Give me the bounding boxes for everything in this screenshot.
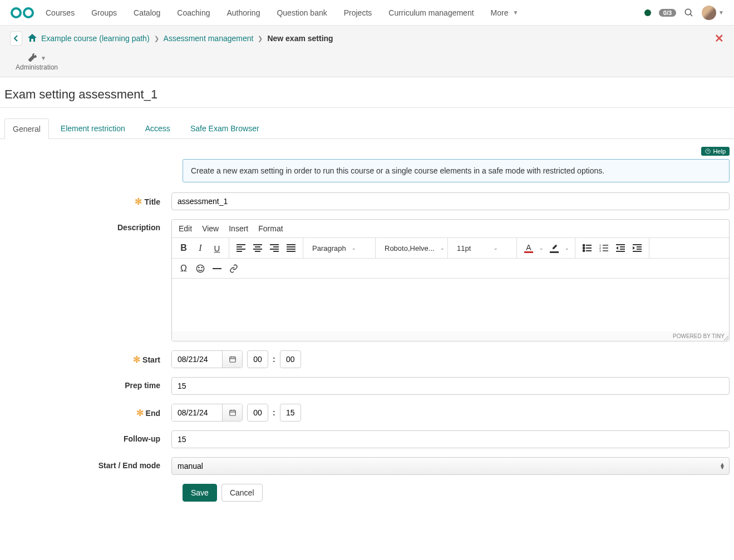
align-left-icon[interactable] [233, 240, 249, 256]
label-title: ✻Title [4, 192, 171, 207]
align-justify-icon[interactable] [283, 240, 299, 256]
editor-body[interactable] [172, 279, 729, 331]
user-menu[interactable]: ▼ [702, 6, 724, 20]
help-label: Help [713, 148, 726, 155]
end-date-input[interactable] [172, 404, 222, 421]
time-separator: : [273, 355, 275, 364]
logo[interactable] [10, 7, 35, 19]
editor-menubar: Edit View Insert Format [172, 220, 729, 238]
indent-icon[interactable] [612, 240, 629, 256]
start-date-picker-button[interactable] [222, 351, 242, 368]
mode-select[interactable] [171, 457, 730, 475]
chevron-down-icon: ⌄ [494, 245, 498, 251]
highlight-color-icon[interactable] [546, 240, 563, 256]
editor-menu-format[interactable]: Format [258, 224, 283, 233]
svg-point-2 [685, 9, 691, 15]
end-date-wrap [171, 404, 243, 422]
nav-more-label: More [491, 8, 509, 17]
tab-general[interactable]: General [4, 118, 49, 139]
cancel-button[interactable]: Cancel [221, 484, 263, 502]
toolbar-row: ▼ Administration [0, 51, 734, 77]
button-row: Save Cancel [183, 484, 730, 502]
label-description: Description [4, 219, 171, 232]
highlight-color-dropdown[interactable]: ⌄ [563, 240, 572, 256]
label-prep: Prep time [4, 377, 171, 390]
prep-time-input[interactable] [171, 377, 730, 395]
message-badge[interactable]: 0/3 [659, 9, 676, 17]
special-char-icon[interactable]: Ω [175, 260, 192, 277]
block-format-value: Paragraph [312, 244, 346, 252]
chevron-right-icon: ❯ [154, 35, 159, 42]
nav-catalog[interactable]: Catalog [134, 8, 160, 17]
help-row: ? Help [0, 139, 734, 159]
emoji-icon[interactable] [192, 260, 209, 277]
svg-point-24 [583, 247, 585, 249]
close-icon[interactable]: ✕ [715, 32, 724, 45]
form: Create a new exam setting in order to ru… [0, 159, 734, 524]
number-list-icon[interactable]: 123 [595, 240, 612, 256]
breadcrumb-bar: Example course (learning path) ❯ Assessm… [0, 26, 734, 77]
home-icon[interactable] [28, 34, 37, 43]
text-color-icon[interactable]: A [520, 240, 537, 256]
avatar [702, 6, 716, 20]
editor-menu-view[interactable]: View [202, 224, 219, 233]
save-button[interactable]: Save [183, 484, 217, 502]
underline-icon[interactable]: U [209, 240, 225, 256]
nav-authoring[interactable]: Authoring [226, 8, 260, 17]
start-date-group: : [171, 350, 730, 368]
followup-input[interactable] [171, 430, 730, 448]
tab-safe-exam-browser[interactable]: Safe Exam Browser [182, 118, 268, 138]
resize-handle-icon[interactable] [723, 335, 728, 340]
block-format-select[interactable]: Paragraph⌄ [307, 242, 359, 255]
row-title: ✻Title [4, 192, 730, 210]
nav-courses[interactable]: Courses [46, 8, 75, 17]
horizontal-rule-icon[interactable] [209, 260, 225, 277]
row-start: ✻Start : [4, 350, 730, 368]
topnav-right: 0/3 ▼ [644, 6, 724, 20]
start-minute-input[interactable] [280, 350, 301, 368]
page-title: Exam setting assessment_1 [0, 77, 734, 108]
bold-icon[interactable]: B [175, 240, 192, 256]
text-color-dropdown[interactable]: ⌄ [537, 240, 546, 256]
crumb-section[interactable]: Assessment management [164, 34, 254, 43]
title-input[interactable] [171, 192, 730, 210]
svg-point-0 [12, 8, 21, 17]
label-mode: Start / End mode [4, 457, 171, 470]
nav-groups[interactable]: Groups [91, 8, 117, 17]
link-icon[interactable] [225, 260, 242, 277]
align-right-icon[interactable] [266, 240, 283, 256]
nav-coaching[interactable]: Coaching [177, 8, 210, 17]
outdent-icon[interactable] [629, 240, 646, 256]
end-date-picker-button[interactable] [222, 404, 242, 421]
start-date-input[interactable] [172, 351, 222, 368]
nav-more[interactable]: More▼ [491, 8, 519, 17]
svg-point-44 [196, 265, 204, 272]
back-button[interactable] [10, 31, 22, 46]
end-minute-input[interactable] [280, 404, 301, 422]
end-hour-input[interactable] [247, 404, 268, 422]
administration-menu[interactable]: ▼ Administration [10, 52, 63, 72]
nav-question-bank[interactable]: Question bank [277, 8, 327, 17]
nav-curriculum[interactable]: Curriculum management [388, 8, 474, 17]
tab-element-restriction[interactable]: Element restriction [52, 118, 134, 138]
required-icon: ✻ [133, 354, 140, 365]
align-center-icon[interactable] [249, 240, 266, 256]
label-mode-text: Start / End mode [98, 461, 160, 470]
administration-label: Administration [16, 63, 58, 71]
editor-menu-insert[interactable]: Insert [229, 224, 248, 233]
help-button[interactable]: ? Help [701, 147, 730, 156]
status-indicator[interactable] [644, 9, 651, 16]
italic-icon[interactable]: I [192, 240, 209, 256]
search-icon[interactable] [684, 8, 694, 18]
tab-access[interactable]: Access [137, 118, 179, 138]
svg-rect-50 [229, 357, 235, 362]
crumb-current: New exam setting [267, 34, 333, 43]
editor-menu-edit[interactable]: Edit [179, 224, 192, 233]
crumb-course[interactable]: Example course (learning path) [41, 34, 150, 43]
font-size-select[interactable]: 11pt⌄ [451, 242, 501, 255]
time-separator: : [273, 408, 275, 417]
font-family-select[interactable]: Roboto,Helve...⌄ [379, 242, 444, 255]
start-hour-input[interactable] [247, 350, 268, 368]
bullet-list-icon[interactable] [579, 240, 595, 256]
nav-projects[interactable]: Projects [344, 8, 372, 17]
